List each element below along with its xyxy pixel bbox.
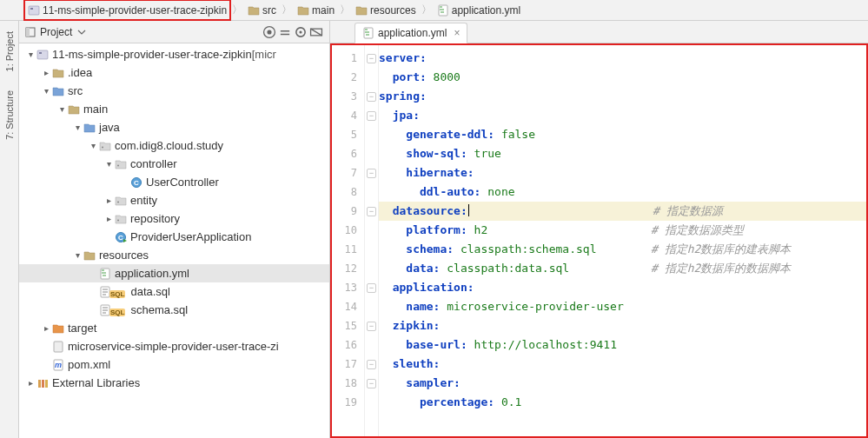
tree-expand-icon[interactable]: ▾ bbox=[87, 141, 99, 150]
code-line[interactable]: datasource: # 指定数据源 bbox=[379, 202, 868, 221]
tree-item[interactable]: pom.xml bbox=[19, 355, 329, 374]
line-number: 13 bbox=[330, 278, 364, 297]
fold-marker[interactable]: − bbox=[365, 374, 378, 393]
code-line[interactable]: schema: classpath:schema.sql # 指定h2数据库的建… bbox=[379, 240, 868, 259]
tree-item[interactable]: SQLschema.sql bbox=[19, 301, 329, 319]
code-line[interactable]: name: microservice-provider-user bbox=[379, 297, 868, 316]
fold-marker bbox=[365, 335, 378, 355]
main-split: Project ▾11-ms-simple-provider-user-trac… bbox=[19, 21, 868, 438]
breadcrumb-item[interactable]: main bbox=[294, 0, 338, 20]
fold-marker[interactable]: − bbox=[365, 355, 378, 374]
tree-item[interactable]: application.yml bbox=[19, 264, 329, 282]
fold-marker bbox=[365, 240, 378, 259]
line-number: 12 bbox=[330, 259, 364, 278]
tree-expand-icon[interactable]: ▾ bbox=[71, 250, 83, 260]
fold-marker[interactable]: − bbox=[365, 202, 378, 221]
tree-expand-icon[interactable]: ▸ bbox=[24, 378, 36, 388]
locate-button[interactable] bbox=[262, 24, 277, 40]
side-tab-project[interactable]: 1: Project bbox=[3, 26, 17, 76]
hide-panel-button[interactable] bbox=[308, 24, 324, 40]
code-line[interactable]: zipkin: bbox=[379, 316, 868, 335]
tree-expand-icon[interactable]: ▾ bbox=[71, 123, 83, 132]
tree-item[interactable]: ▸target bbox=[19, 319, 329, 337]
code-line[interactable]: show-sql: true bbox=[379, 144, 868, 163]
tree-item[interactable]: ▾controller bbox=[19, 155, 329, 173]
tree-item[interactable]: ▸entity bbox=[19, 191, 329, 209]
tree-item-label: 11-ms-simple-provider-user-trace-zipkin bbox=[52, 48, 252, 61]
tree-item-label: resources bbox=[99, 249, 149, 262]
tree-item[interactable]: ProviderUserApplication bbox=[19, 228, 329, 246]
fold-marker bbox=[365, 297, 378, 316]
code-line[interactable]: data: classpath:data.sql # 指定h2数据库的数据脚本 bbox=[379, 259, 868, 278]
tree-item[interactable]: ▸External Libraries bbox=[19, 374, 329, 392]
maven-icon bbox=[52, 359, 64, 371]
close-icon[interactable]: × bbox=[454, 27, 460, 39]
fold-marker[interactable]: − bbox=[365, 49, 378, 68]
fold-column: −−−−−−−−− bbox=[365, 43, 379, 438]
code-line[interactable]: spring: bbox=[379, 87, 868, 106]
tree-item[interactable]: microservice-simple-provider-user-trace-… bbox=[19, 337, 329, 355]
tree-expand-icon[interactable]: ▸ bbox=[103, 196, 115, 205]
tree-item[interactable]: ▾main bbox=[19, 100, 329, 118]
line-number: 18 bbox=[330, 374, 364, 393]
fold-marker[interactable]: − bbox=[365, 278, 378, 297]
tree-item[interactable]: UserController bbox=[19, 173, 329, 191]
tree-item-suffix: [micr bbox=[252, 48, 276, 61]
code-line[interactable]: percentage: 0.1 bbox=[379, 393, 868, 412]
fold-marker[interactable]: − bbox=[365, 316, 378, 335]
collapse-all-button[interactable] bbox=[277, 24, 293, 40]
chevron-down-icon[interactable] bbox=[76, 26, 88, 38]
tree-item[interactable]: ▾src bbox=[19, 82, 329, 100]
code-line[interactable]: generate-ddl: false bbox=[379, 125, 868, 144]
tree-expand-icon[interactable]: ▸ bbox=[40, 323, 52, 333]
tree-expand-icon[interactable]: ▸ bbox=[40, 68, 52, 77]
breadcrumb-item[interactable]: src bbox=[244, 0, 280, 20]
tree-item[interactable]: ▾resources bbox=[19, 246, 329, 264]
fold-marker[interactable]: − bbox=[365, 87, 378, 106]
tree-item-label: controller bbox=[130, 157, 176, 170]
code-line[interactable]: server: bbox=[379, 49, 868, 68]
code-line[interactable]: sampler: bbox=[379, 374, 868, 393]
fold-marker[interactable]: − bbox=[365, 163, 378, 182]
folder-icon bbox=[248, 4, 260, 17]
breadcrumb-item[interactable]: application.yml bbox=[434, 0, 524, 20]
settings-button[interactable] bbox=[293, 24, 308, 40]
breadcrumb-item[interactable]: 11-ms-simple-provider-user-trace-zipkin bbox=[24, 0, 230, 20]
folder-src-icon bbox=[83, 122, 96, 134]
line-number: 1 bbox=[330, 49, 364, 68]
tree-item[interactable]: SQLdata.sql bbox=[19, 282, 329, 301]
class-icon bbox=[130, 176, 142, 189]
code-line[interactable]: port: 8000 bbox=[379, 68, 868, 87]
code-area[interactable]: server: port: 8000spring: jpa: generate-… bbox=[379, 43, 868, 438]
code-line[interactable]: jpa: bbox=[379, 106, 868, 125]
tree-expand-icon[interactable]: ▾ bbox=[40, 86, 52, 96]
code-line[interactable]: sleuth: bbox=[379, 355, 868, 374]
tree-item[interactable]: ▸repository bbox=[19, 209, 329, 228]
line-number: 9 bbox=[330, 202, 364, 221]
code-line[interactable]: platform: h2 # 指定数据源类型 bbox=[379, 221, 868, 240]
folder-icon bbox=[68, 103, 80, 116]
code-line[interactable]: base-url: http://localhost:9411 bbox=[379, 335, 868, 355]
editor-tab-application-yml[interactable]: application.yml × bbox=[354, 23, 467, 43]
tree-expand-icon[interactable]: ▾ bbox=[56, 104, 68, 114]
fold-marker[interactable]: − bbox=[365, 106, 378, 125]
breadcrumb-label: application.yml bbox=[452, 4, 520, 17]
editor-body[interactable]: 12345678910111213141516171819 −−−−−−−−− … bbox=[330, 43, 868, 438]
line-number: 4 bbox=[330, 106, 364, 125]
tree-expand-icon[interactable]: ▾ bbox=[24, 50, 36, 59]
code-line[interactable]: application: bbox=[379, 278, 868, 297]
tree-item[interactable]: ▾java bbox=[19, 118, 329, 136]
code-line[interactable]: hibernate: bbox=[379, 163, 868, 182]
tree-item[interactable]: ▸.idea bbox=[19, 63, 329, 82]
tree-item[interactable]: ▾11-ms-simple-provider-user-trace-zipkin… bbox=[19, 45, 329, 63]
tree-expand-icon[interactable]: ▸ bbox=[103, 214, 115, 223]
code-line[interactable]: ddl-auto: none bbox=[379, 182, 868, 202]
side-tab-structure[interactable]: 7: Structure bbox=[3, 85, 17, 145]
line-number: 17 bbox=[330, 355, 364, 374]
project-tree[interactable]: ▾11-ms-simple-provider-user-trace-zipkin… bbox=[19, 43, 329, 438]
tree-expand-icon[interactable]: ▾ bbox=[103, 159, 115, 169]
tree-item-label: target bbox=[68, 322, 96, 335]
tree-item[interactable]: ▾com.idig8.cloud.study bbox=[19, 136, 329, 155]
breadcrumb-item[interactable]: resources bbox=[352, 0, 420, 20]
tree-item-label: main bbox=[83, 103, 108, 116]
